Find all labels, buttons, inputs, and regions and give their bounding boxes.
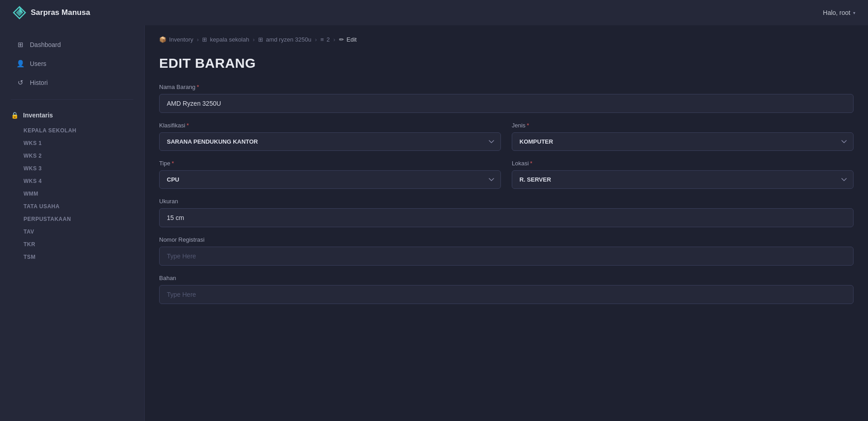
breadcrumb-sep-1: ›	[197, 37, 198, 43]
label-jenis: Jenis*	[512, 122, 854, 129]
form-group-klasifikasi: Klasifikasi* SARANA PENDUKUNG KANTOR	[159, 122, 501, 151]
label-klasifikasi: Klasifikasi*	[159, 122, 501, 129]
edit-bc-icon: ✏	[339, 36, 344, 43]
kepala-bc-icon: ⊞	[202, 36, 207, 43]
sidebar-item-dashboard[interactable]: ⊞ Dashboard	[11, 36, 133, 53]
form-group-nama-barang: Nama Barang*	[159, 84, 854, 113]
form-group-nomor-registrasi: Nomor Registrasi	[159, 236, 854, 266]
breadcrumb-kepala-sekolah[interactable]: ⊞ kepala sekolah	[202, 36, 249, 43]
sidebar-item-tsm[interactable]: TSM	[11, 251, 133, 263]
form-row-tipe-lokasi: Tipe* CPU Lokasi* R. SERVER	[159, 160, 854, 189]
sidebar-sub-items: KEPALA SEKOLAH WKS 1 WKS 2 WKS 3 WKS 4 W…	[0, 124, 144, 263]
sidebar-divider	[11, 99, 133, 100]
sidebar-item-wks1[interactable]: WKS 1	[11, 137, 133, 150]
lock-icon: 🔒	[11, 112, 19, 119]
logo-icon	[13, 6, 26, 19]
edit-barang-form: Nama Barang* Klasifikasi* SARANA PENDUKU…	[159, 84, 854, 304]
select-tipe[interactable]: CPU	[159, 170, 501, 189]
breadcrumb-inventory[interactable]: 📦 Inventory	[159, 36, 193, 43]
label-bahan: Bahan	[159, 275, 854, 281]
select-jenis[interactable]: KOMPUTER	[512, 132, 854, 151]
form-group-jenis: Jenis* KOMPUTER	[512, 122, 854, 151]
sidebar-item-users[interactable]: 👤 Users	[11, 55, 133, 72]
num-bc-icon: ≡	[321, 36, 324, 43]
sidebar-item-tata-usaha[interactable]: TATA USAHA	[11, 200, 133, 213]
sidebar-item-wks3[interactable]: WKS 3	[11, 162, 133, 175]
inventory-bc-icon: 📦	[159, 36, 166, 43]
label-tipe: Tipe*	[159, 160, 501, 167]
main-layout: ⊞ Dashboard 👤 Users ↺ Histori 🔒 Inventar…	[0, 25, 868, 421]
input-nama-barang[interactable]	[159, 94, 854, 113]
sidebar-item-wmm[interactable]: WMM	[11, 187, 133, 200]
breadcrumb: 📦 Inventory › ⊞ kepala sekolah › ⊞ amd r…	[159, 36, 854, 43]
dashboard-icon: ⊞	[16, 41, 24, 49]
form-row-klasifikasi-jenis: Klasifikasi* SARANA PENDUKUNG KANTOR Jen…	[159, 122, 854, 151]
breadcrumb-sep-2: ›	[253, 37, 255, 43]
label-ukuran: Ukuran	[159, 198, 854, 205]
select-klasifikasi[interactable]: SARANA PENDUKUNG KANTOR	[159, 132, 501, 151]
breadcrumb-edit: ✏ Edit	[339, 36, 357, 43]
form-group-ukuran: Ukuran	[159, 198, 854, 227]
sidebar-item-wks2[interactable]: WKS 2	[11, 150, 133, 162]
select-lokasi[interactable]: R. SERVER	[512, 170, 854, 189]
label-nomor-registrasi: Nomor Registrasi	[159, 236, 854, 243]
users-icon: 👤	[16, 60, 24, 68]
app-name: Sarpras Manusa	[31, 8, 90, 17]
sidebar: ⊞ Dashboard 👤 Users ↺ Histori 🔒 Inventar…	[0, 25, 145, 421]
label-nama-barang: Nama Barang*	[159, 84, 854, 90]
amd-bc-icon: ⊞	[258, 36, 263, 43]
sidebar-item-wks4[interactable]: WKS 4	[11, 175, 133, 187]
sidebar-item-perpustakaan[interactable]: PERPUSTAKAAN	[11, 213, 133, 225]
label-lokasi: Lokasi*	[512, 160, 854, 167]
form-group-bahan: Bahan	[159, 275, 854, 304]
sidebar-item-tav[interactable]: TAV	[11, 225, 133, 238]
content-area: 📦 Inventory › ⊞ kepala sekolah › ⊞ amd r…	[145, 25, 868, 421]
user-greeting[interactable]: Halo, root ▾	[823, 9, 855, 16]
inventaris-section: 🔒 Inventaris	[0, 108, 144, 124]
page-title: EDIT BARANG	[159, 56, 854, 71]
sidebar-nav: ⊞ Dashboard 👤 Users ↺ Histori	[0, 36, 144, 91]
input-nomor-registrasi[interactable]	[159, 247, 854, 266]
input-ukuran[interactable]	[159, 208, 854, 227]
breadcrumb-sep-4: ›	[334, 37, 335, 43]
histori-icon: ↺	[16, 79, 24, 87]
topnav: Sarpras Manusa Halo, root ▾	[0, 0, 868, 25]
form-group-tipe: Tipe* CPU	[159, 160, 501, 189]
input-bahan[interactable]	[159, 285, 854, 304]
sidebar-item-tkr[interactable]: TKR	[11, 238, 133, 251]
breadcrumb-sep-3: ›	[315, 37, 317, 43]
form-group-lokasi: Lokasi* R. SERVER	[512, 160, 854, 189]
sidebar-item-histori[interactable]: ↺ Histori	[11, 74, 133, 91]
breadcrumb-amd-ryzen[interactable]: ⊞ amd ryzen 3250u	[258, 36, 311, 43]
sidebar-item-kepala-sekolah[interactable]: KEPALA SEKOLAH	[11, 124, 133, 137]
logo-area: Sarpras Manusa	[13, 6, 90, 19]
chevron-down-icon: ▾	[853, 10, 855, 15]
breadcrumb-2[interactable]: ≡ 2	[321, 36, 330, 43]
